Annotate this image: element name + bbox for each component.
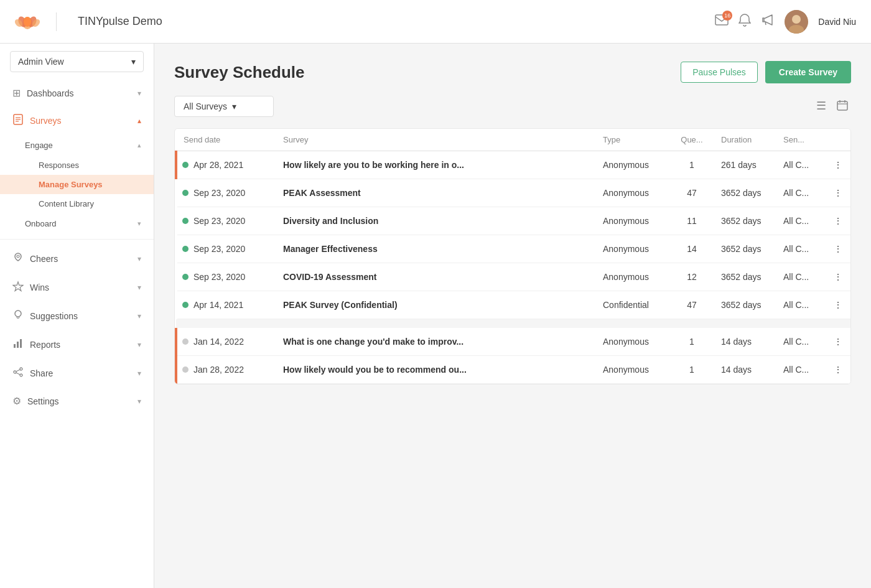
chevron-down-icon: ▾ xyxy=(137,254,141,263)
survey-table-card: Send date Survey Type Que... Duration Se… xyxy=(174,128,851,385)
sidebar-item-reports[interactable]: Reports ▾ xyxy=(0,330,154,359)
pause-pulses-button[interactable]: Pause Pulses xyxy=(681,62,758,83)
date-cell: Apr 14, 2021 xyxy=(176,291,276,319)
sidebar-item-label: Surveys xyxy=(30,116,62,126)
date-cell: Sep 23, 2020 xyxy=(176,235,276,263)
row-menu-button[interactable]: ⋮ xyxy=(826,263,850,291)
type-cell: Anonymous xyxy=(595,328,670,356)
table-row[interactable]: Sep 23, 2020 PEAK Assessment Anonymous 4… xyxy=(176,179,850,207)
survey-name-cell: How likely would you be to recommend ou.… xyxy=(276,355,595,383)
chevron-icon: ▾ xyxy=(137,89,141,98)
survey-table: Send date Survey Type Que... Duration Se… xyxy=(175,129,850,384)
row-menu-button[interactable]: ⋮ xyxy=(826,291,850,319)
sidebar-item-suggestions[interactable]: Suggestions ▾ xyxy=(0,302,154,330)
chevron-down-icon: ▾ xyxy=(137,340,141,349)
sidebar-item-engage[interactable]: Engage ▴ xyxy=(0,135,154,156)
survey-filter-dropdown[interactable]: All Surveys ▾ xyxy=(174,96,274,117)
duration-cell: 3652 days xyxy=(714,207,776,235)
date-cell: Jan 28, 2022 xyxy=(176,355,276,383)
view-toggle: ☰ xyxy=(814,96,851,117)
admin-view-dropdown[interactable]: Admin View ▾ xyxy=(10,51,144,72)
sidebar-item-onboard[interactable]: Onboard ▾ xyxy=(0,213,154,234)
table-row[interactable]: Sep 23, 2020 COVID-19 Assessment Anonymo… xyxy=(176,263,850,291)
table-row[interactable]: Sep 23, 2020 Manager Effectiveness Anony… xyxy=(176,235,850,263)
bell-icon[interactable] xyxy=(738,13,751,30)
chevron-up-icon: ▴ xyxy=(137,116,141,125)
svg-point-8 xyxy=(792,15,801,24)
status-dot xyxy=(182,338,189,345)
survey-name-cell: COVID-19 Assessment xyxy=(276,263,595,291)
survey-rows: Apr 28, 2021 How likely are you to be wo… xyxy=(176,151,850,384)
sidebar-item-share[interactable]: Share ▾ xyxy=(0,359,154,388)
sidebar-item-manage-surveys[interactable]: Manage Surveys xyxy=(0,175,154,194)
type-cell: Confidential xyxy=(595,291,670,319)
sidebar-item-dashboards[interactable]: ⊞ Dashboards ▾ xyxy=(0,80,154,106)
sidebar-item-content-library[interactable]: Content Library xyxy=(0,194,154,213)
share-icon xyxy=(12,366,24,380)
logo-icon xyxy=(15,9,40,34)
table-row[interactable]: Sep 23, 2020 Diversity and Inclusion Ano… xyxy=(176,207,850,235)
col-send-date: Send date xyxy=(176,129,276,151)
svg-point-15 xyxy=(15,310,21,317)
sidebar-item-wins[interactable]: Wins ▾ xyxy=(0,273,154,302)
main-content: Survey Schedule Pause Pulses Create Surv… xyxy=(154,44,871,588)
create-survey-button[interactable]: Create Survey xyxy=(765,61,851,83)
app-title: TINYpulse Demo xyxy=(78,15,162,28)
svg-rect-18 xyxy=(20,339,22,348)
sidebar-item-label: Settings xyxy=(27,396,59,406)
table-header-row: Send date Survey Type Que... Duration Se… xyxy=(176,129,850,151)
type-cell: Anonymous xyxy=(595,355,670,383)
status-dot xyxy=(182,246,189,252)
sidebar-item-label: Wins xyxy=(30,282,49,292)
dashboards-icon: ⊞ xyxy=(12,87,21,99)
list-view-icon[interactable]: ☰ xyxy=(814,96,829,117)
logo-area: TINYpulse Demo xyxy=(15,9,162,34)
table-row[interactable]: Jan 14, 2022 What is one change you'd ma… xyxy=(176,328,850,356)
sent-cell: All C... xyxy=(776,179,826,207)
suggestions-icon xyxy=(12,309,24,323)
table-row[interactable]: Apr 14, 2021 PEAK Survey (Confidential) … xyxy=(176,291,850,319)
row-menu-button[interactable]: ⋮ xyxy=(826,235,850,263)
chevron-down-icon: ▾ xyxy=(137,397,141,406)
survey-name-cell: Manager Effectiveness xyxy=(276,235,595,263)
wins-icon xyxy=(12,281,24,294)
calendar-view-icon[interactable] xyxy=(834,96,851,117)
survey-name-cell: How likely are you to be working here in… xyxy=(276,151,595,179)
mail-icon[interactable]: 16 xyxy=(715,14,729,29)
row-menu-button[interactable]: ⋮ xyxy=(826,179,850,207)
duration-cell: 3652 days xyxy=(714,179,776,207)
row-menu-button[interactable]: ⋮ xyxy=(826,355,850,383)
col-survey: Survey xyxy=(276,129,595,151)
table-row[interactable]: Jan 28, 2022 How likely would you be to … xyxy=(176,355,850,383)
sidebar-item-label: Cheers xyxy=(30,254,58,264)
sidebar-item-settings[interactable]: ⚙ Settings ▾ xyxy=(0,388,154,414)
chevron-up-icon: ▴ xyxy=(137,141,141,149)
duration-cell: 14 days xyxy=(714,328,776,356)
survey-name-cell: PEAK Survey (Confidential) xyxy=(276,291,595,319)
sent-cell: All C... xyxy=(776,355,826,383)
row-menu-button[interactable]: ⋮ xyxy=(826,328,850,356)
sent-cell: All C... xyxy=(776,235,826,263)
settings-icon: ⚙ xyxy=(12,395,21,407)
col-duration: Duration xyxy=(714,129,776,151)
date-cell: Sep 23, 2020 xyxy=(176,179,276,207)
survey-name-cell: Diversity and Inclusion xyxy=(276,207,595,235)
type-cell: Anonymous xyxy=(595,235,670,263)
sidebar-item-label: Reports xyxy=(30,340,60,350)
sidebar-item-responses[interactable]: Responses xyxy=(0,156,154,175)
questions-cell: 14 xyxy=(670,235,714,263)
avatar[interactable] xyxy=(785,10,808,34)
page-title: Survey Schedule xyxy=(174,63,305,82)
row-menu-button[interactable]: ⋮ xyxy=(826,151,850,179)
layout: Admin View ▾ ⊞ Dashboards ▾ Surveys ▴ En… xyxy=(0,44,871,588)
status-dot xyxy=(182,274,189,280)
row-menu-button[interactable]: ⋮ xyxy=(826,207,850,235)
sidebar-item-cheers[interactable]: Cheers ▾ xyxy=(0,245,154,273)
sent-cell: All C... xyxy=(776,151,826,179)
chevron-down-icon: ▾ xyxy=(137,312,141,320)
announcement-icon[interactable] xyxy=(761,14,775,29)
duration-cell: 3652 days xyxy=(714,235,776,263)
sidebar-item-surveys[interactable]: Surveys ▴ xyxy=(0,106,154,135)
table-row[interactable]: Apr 28, 2021 How likely are you to be wo… xyxy=(176,151,850,179)
type-cell: Anonymous xyxy=(595,263,670,291)
